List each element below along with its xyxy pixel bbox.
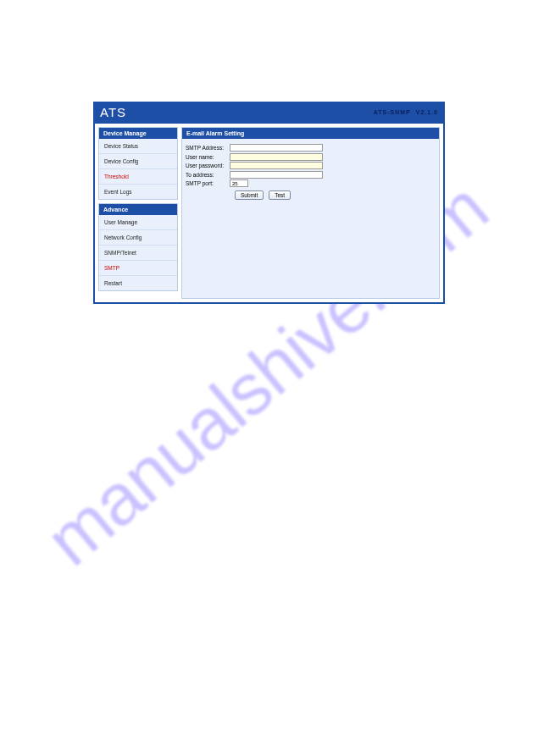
model-label: ATS-SNMP (374, 109, 411, 115)
input-to-address[interactable] (230, 171, 323, 179)
nav-device-manage: Device Manage Device Status Device Confi… (98, 127, 178, 200)
row-user-name: User name: (186, 153, 436, 161)
label-user-password: User password: (186, 163, 230, 168)
label-user-name: User name: (186, 154, 230, 160)
panel-body: SMTP Address: User name: User password: … (182, 139, 439, 298)
nav-item-device-config[interactable]: Device Config (99, 154, 177, 169)
nav-advance: Advance User Manage Network Config SNMP/… (98, 203, 178, 291)
button-row: Submit Test (235, 190, 436, 200)
nav-item-event-logs[interactable]: Event Logs (99, 185, 177, 199)
input-user-name[interactable] (230, 153, 323, 161)
input-user-password[interactable] (230, 162, 323, 169)
nav-item-smtp[interactable]: SMTP (99, 261, 177, 276)
label-smtp-address: SMTP Address: (186, 145, 230, 151)
nav-item-user-manage[interactable]: User Manage (99, 215, 177, 230)
app-window: ATS ATS-SNMP V2.1.0 Device Manage Device… (93, 102, 445, 304)
submit-button[interactable]: Submit (235, 190, 264, 200)
input-smtp-port[interactable] (230, 179, 248, 187)
panel-heading: E-mail Alarm Setting (182, 128, 439, 139)
row-smtp-port: SMTP port: (186, 179, 436, 187)
input-smtp-address[interactable] (230, 144, 323, 152)
nav-item-snmp-telnet[interactable]: SNMP/Telnet (99, 246, 177, 261)
nav-heading-device-manage: Device Manage (99, 128, 177, 139)
version-label: V2.1.0 (416, 109, 438, 115)
nav-item-threshold[interactable]: Threshold (99, 169, 177, 185)
nav-item-device-status[interactable]: Device Status (99, 139, 177, 154)
test-button[interactable]: Test (269, 190, 291, 200)
content-panel: E-mail Alarm Setting SMTP Address: User … (181, 127, 440, 299)
label-to-address: To address: (186, 172, 230, 178)
row-smtp-address: SMTP Address: (186, 144, 436, 152)
row-to-address: To address: (186, 171, 436, 179)
brand-title: ATS (100, 105, 126, 119)
title-bar: ATS ATS-SNMP V2.1.0 (93, 102, 445, 122)
nav-item-network-config[interactable]: Network Config (99, 230, 177, 246)
nav-heading-advance: Advance (99, 204, 177, 215)
row-user-password: User password: (186, 162, 436, 169)
nav-item-restart[interactable]: Restart (99, 276, 177, 290)
label-smtp-port: SMTP port: (186, 180, 230, 186)
sidebar: Device Manage Device Status Device Confi… (98, 127, 178, 299)
